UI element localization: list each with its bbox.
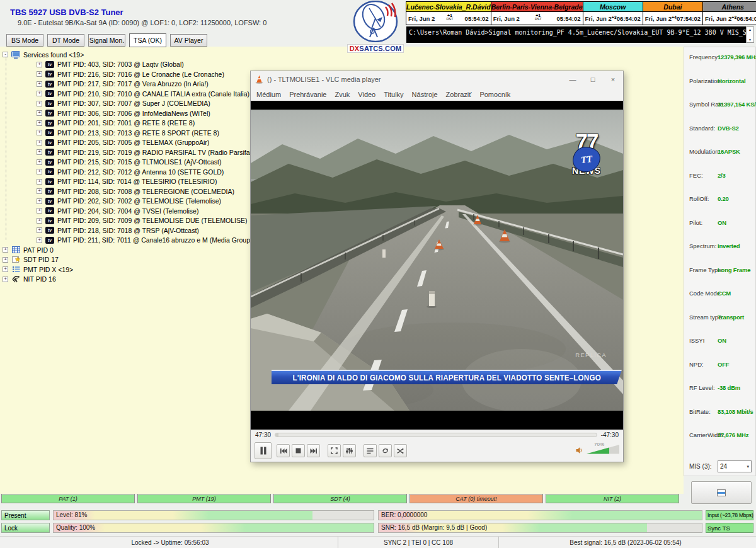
expand-icon[interactable]: + <box>37 218 42 224</box>
tab-dt-mode[interactable]: DT Mode <box>47 34 84 47</box>
pause-button[interactable] <box>255 442 272 459</box>
tree-item-service[interactable]: + tv PMT PID: 216, SID: 7016 @ Le Cronac… <box>37 69 261 79</box>
expand-icon[interactable]: + <box>3 266 8 272</box>
expand-icon[interactable]: + <box>37 227 42 233</box>
scroll-up-icon[interactable]: ▲ <box>748 28 752 31</box>
tree-item-service[interactable]: + tv PMT PID: 201, SID: 7001 @ RETE 8 (R… <box>37 118 261 128</box>
tree-item-service[interactable]: + tv PMT PID: 114, SID: 7014 @ TELESIRIO… <box>37 177 261 187</box>
minimize-button[interactable]: — <box>563 71 583 88</box>
stop-button[interactable] <box>292 444 305 457</box>
tree-item-nit[interactable]: + NIT PID 16 <box>3 275 261 285</box>
expand-icon[interactable]: + <box>37 159 42 165</box>
service-label: PMT PID: 219, SID: 7019 @ RADIO PARSIFAL… <box>57 149 253 156</box>
tree-item-service[interactable]: + tv PMT PID: 403, SID: 7003 @ Laqtv (Gl… <box>37 60 261 70</box>
expand-icon[interactable]: + <box>37 140 42 146</box>
tree-item-service[interactable]: + tv PMT PID: 219, SID: 7019 @ RADIO PAR… <box>37 147 261 157</box>
vlc-cone-icon <box>255 75 263 84</box>
expand-icon[interactable]: + <box>37 81 42 87</box>
tree-item-pat[interactable]: + PAT PID 0 <box>3 245 261 255</box>
expand-icon[interactable]: + <box>37 237 42 243</box>
tree-item-service[interactable]: + tv PMT PID: 306, SID: 7006 @ InfoMedia… <box>37 108 261 118</box>
vlc-menu-item[interactable]: Video <box>358 91 375 98</box>
tab-av-player[interactable]: AV Player <box>170 34 207 47</box>
video-area[interactable]: 77 TT NEWS REPLICA L'IRONIA DI ALDO DI G… <box>251 101 623 430</box>
tree-item-service[interactable]: + tv PMT PID: 202, SID: 7002 @ TELEMOLIS… <box>37 197 261 207</box>
vlc-titlebar[interactable]: () - TLTMOLISE1 - VLC media player — □ × <box>251 71 623 88</box>
playlist-button[interactable] <box>364 444 377 457</box>
vlc-menu-item[interactable]: Nástroje <box>412 91 438 98</box>
expand-icon[interactable]: + <box>37 101 42 106</box>
expand-icon[interactable]: + <box>37 71 42 77</box>
tree-item-sdt[interactable]: + SDT PID 17 <box>3 255 261 265</box>
expand-icon[interactable]: + <box>37 62 42 67</box>
expand-icon[interactable]: + <box>37 179 42 185</box>
clock-time: 05:54:02 <box>465 15 489 22</box>
parameter-value: -38 dBm <box>718 384 740 391</box>
tree-item-service[interactable]: + tv PMT PID: 217, SID: 7017 @ Vera Abru… <box>37 79 261 89</box>
tab-tsa[interactable]: TSA (OK) <box>129 33 166 47</box>
close-button[interactable]: × <box>603 71 623 88</box>
tree-item-service[interactable]: + tv PMT PID: 215, SID: 7015 @ TLTMOLISE… <box>37 157 261 168</box>
expand-icon[interactable]: + <box>37 110 42 116</box>
tv-icon: tv <box>45 178 54 185</box>
tree-item-service[interactable]: + tv PMT PID: 209, SID: 7009 @ TELEMOLIS… <box>37 216 261 226</box>
vlc-menu-item[interactable]: Titulky <box>384 91 403 98</box>
vlc-menu-item[interactable]: Prehrávanie <box>289 91 326 98</box>
expand-icon[interactable]: + <box>37 91 42 96</box>
expand-icon[interactable]: + <box>37 130 42 135</box>
tree-item-service[interactable]: + tv PMT PID: 210, SID: 7010 @ CANALE IT… <box>37 89 261 99</box>
expand-icon[interactable]: + <box>37 149 42 155</box>
tab-bs-mode[interactable]: BS Mode <box>6 34 43 47</box>
pmtx-label: PMT PID X <19> <box>23 266 73 273</box>
expand-icon[interactable]: + <box>37 198 42 204</box>
parameter-row: Pilot: ON <box>684 217 755 241</box>
loop-button[interactable] <box>379 444 392 457</box>
extended-settings-button[interactable] <box>343 444 356 457</box>
mis-dropdown[interactable]: 24 ▾ <box>718 460 752 472</box>
tv-icon: tv <box>45 188 54 195</box>
vlc-menu-item[interactable]: Pomocník <box>479 91 510 98</box>
expand-icon[interactable]: + <box>3 257 8 263</box>
service-label: PMT PID: 307, SID: 7007 @ Super J (COELM… <box>57 100 210 107</box>
tree-item-service[interactable]: + tv PMT PID: 211, SID: 7011 @ Canale16 … <box>37 236 261 246</box>
tree-item-service[interactable]: + tv PMT PID: 212, SID: 7012 @ Antenna 1… <box>37 167 261 177</box>
speaker-icon[interactable] <box>576 447 583 454</box>
clock-widget: Moscow Fri, Jun 2 +3 06:54:02 <box>583 1 643 25</box>
tv-icon: tv <box>45 159 54 166</box>
parameter-label: NPD: <box>689 361 704 368</box>
expand-icon[interactable]: + <box>37 188 42 194</box>
signal-parameters-panel: Frequency: 12379,396 MHz Polarization: H… <box>684 47 756 476</box>
tree-item-service[interactable]: + tv PMT PID: 208, SID: 7008 @ TELEREGIO… <box>37 186 261 197</box>
next-button[interactable] <box>307 444 320 457</box>
previous-button[interactable] <box>277 444 290 457</box>
vlc-menu-item[interactable]: Zvuk <box>335 91 350 98</box>
tab-signal-mon[interactable]: Signal Mon. <box>88 34 125 47</box>
parameter-row: Modulation: 16APSK <box>684 146 755 169</box>
tree-root-services[interactable]: - Services found <19> <box>3 50 261 60</box>
tree-item-service[interactable]: + tv PMT PID: 213, SID: 7013 @ RETE 8 SP… <box>37 128 261 138</box>
expand-icon[interactable]: + <box>3 277 8 282</box>
expand-icon[interactable]: + <box>37 208 42 214</box>
tree-item-service[interactable]: + tv PMT PID: 205, SID: 7005 @ TELEMAX (… <box>37 138 261 148</box>
vlc-window: () - TLTMOLISE1 - VLC media player — □ ×… <box>250 71 624 462</box>
expand-icon[interactable]: + <box>37 120 42 126</box>
tree-item-service[interactable]: + tv PMT PID: 204, SID: 7004 @ TVSEI (Te… <box>37 206 261 216</box>
maximize-button[interactable]: □ <box>583 71 603 88</box>
random-button[interactable] <box>394 444 407 457</box>
tree-item-service[interactable]: + tv PMT PID: 218, SID: 7018 @ TRSP (AjV… <box>37 225 261 236</box>
seek-handle[interactable] <box>275 433 278 437</box>
tree-item-service[interactable]: + tv PMT PID: 307, SID: 7007 @ Super J (… <box>37 99 261 109</box>
expand-icon[interactable]: + <box>3 247 8 253</box>
vlc-menu-item[interactable]: Zobraziť <box>446 91 472 98</box>
stream-list-button[interactable] <box>691 481 752 504</box>
expand-icon[interactable]: + <box>37 169 42 174</box>
vlc-menu-item[interactable]: Médium <box>256 91 281 98</box>
command-prompt[interactable]: C:\Users\Roman Dávid>Signal monitoring_P… <box>406 26 746 43</box>
tree-item-pmtx[interactable]: + PMT PID X <19> <box>3 265 261 275</box>
parameter-label: Frequency: <box>689 54 719 60</box>
present-indicator: Present <box>1 510 50 520</box>
console-scrollbar[interactable]: ▲ ▼ <box>746 26 754 43</box>
fullscreen-button[interactable] <box>328 444 341 457</box>
scroll-down-icon[interactable]: ▼ <box>748 38 752 42</box>
seek-bar[interactable] <box>275 433 597 437</box>
